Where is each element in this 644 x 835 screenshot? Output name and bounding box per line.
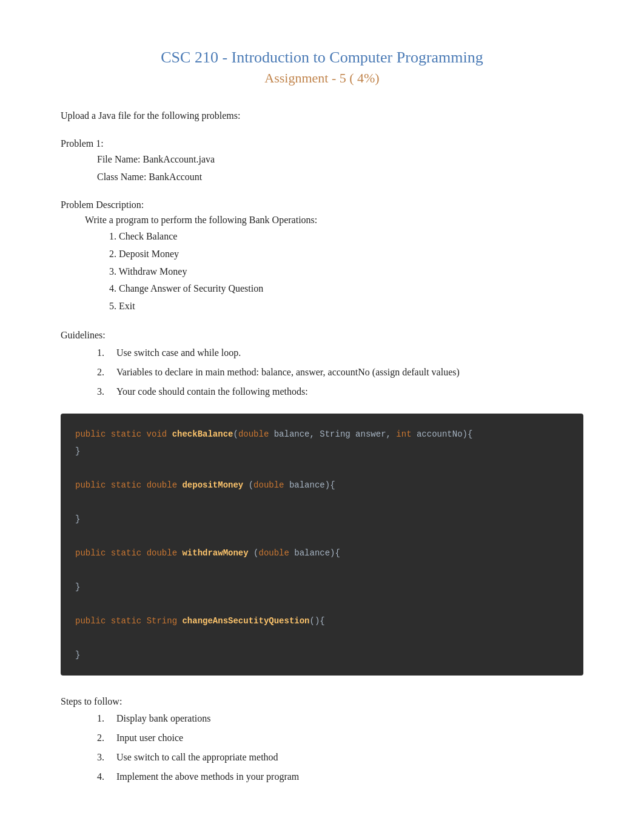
list-item: 1. Display bank operations bbox=[97, 709, 583, 728]
guideline-text-2: Variables to declare in main method: bal… bbox=[116, 363, 460, 382]
problem-description-intro: Write a program to perform the following… bbox=[85, 212, 583, 228]
code-token: double bbox=[253, 480, 284, 490]
file-name-row: File Name: BankAccount.java bbox=[97, 151, 583, 169]
guidelines-section: Guidelines: 1. Use switch case and while… bbox=[61, 327, 583, 401]
code-line: } bbox=[75, 443, 569, 460]
code-line bbox=[75, 494, 569, 511]
problem1-section: Problem 1: File Name: BankAccount.java C… bbox=[61, 136, 583, 186]
operations-list: 1. Check Balance 2. Deposit Money 3. Wit… bbox=[109, 228, 583, 315]
code-token: public static bbox=[75, 480, 147, 490]
steps-list: 1. Display bank operations 2. Input user… bbox=[97, 709, 583, 786]
step-text-3: Use switch to call the appropriate metho… bbox=[116, 748, 278, 767]
code-token: } bbox=[75, 650, 80, 660]
code-token: depositMoney bbox=[182, 480, 243, 490]
guideline-num-3: 3. bbox=[97, 382, 109, 401]
code-token: balance, String answer, bbox=[269, 429, 396, 439]
code-token: int bbox=[396, 429, 411, 439]
problem-description-label: Problem Description: bbox=[61, 197, 583, 213]
class-name-value: BankAccount bbox=[149, 172, 202, 182]
list-item: 2. Variables to declare in main method: … bbox=[97, 363, 583, 382]
step-text-1: Display bank operations bbox=[116, 709, 211, 728]
code-line: } bbox=[75, 511, 569, 528]
code-line: public static double depositMoney (doubl… bbox=[75, 477, 569, 494]
code-token: } bbox=[75, 446, 80, 456]
steps-label: Steps to follow: bbox=[61, 694, 583, 709]
list-item: 3. Use switch to call the appropriate me… bbox=[97, 748, 583, 767]
code-line: public static String changeAnsSecutityQu… bbox=[75, 612, 569, 629]
list-item: 4. Change Answer of Security Question bbox=[109, 280, 583, 298]
code-token: (){ bbox=[310, 616, 325, 626]
list-item: 3. Your code should contain the followin… bbox=[97, 382, 583, 401]
file-name-label: File Name: bbox=[97, 154, 141, 164]
step-num-3: 3. bbox=[97, 748, 109, 767]
step-text-2: Input user choice bbox=[116, 728, 183, 748]
code-token: } bbox=[75, 582, 80, 592]
code-token: withdrawMoney bbox=[182, 548, 248, 558]
code-line bbox=[75, 629, 569, 646]
code-token: ( bbox=[243, 480, 253, 490]
problem-description-content: Write a program to perform the following… bbox=[85, 212, 583, 315]
code-token: balance){ bbox=[289, 548, 340, 558]
problem-description-section: Problem Description: Write a program to … bbox=[61, 197, 583, 315]
step-num-1: 1. bbox=[97, 709, 109, 728]
code-token: double bbox=[258, 548, 289, 558]
step-num-2: 2. bbox=[97, 728, 109, 748]
step-text-4: Implement the above methods in your prog… bbox=[116, 767, 299, 786]
code-line: public static void checkBalance(double b… bbox=[75, 426, 569, 443]
code-token: double bbox=[147, 548, 177, 558]
problem1-file-info: File Name: BankAccount.java Class Name: … bbox=[97, 151, 583, 186]
code-line bbox=[75, 460, 569, 477]
code-token: changeAnsSecutityQuestion bbox=[182, 616, 309, 626]
code-token: balance){ bbox=[284, 480, 335, 490]
code-token: public static void bbox=[75, 429, 172, 439]
file-name-value: BankAccount.java bbox=[143, 154, 215, 164]
code-token: } bbox=[75, 514, 80, 524]
code-token: checkBalance bbox=[172, 429, 233, 439]
code-block: public static void checkBalance(double b… bbox=[61, 414, 583, 676]
problem1-label: Problem 1: bbox=[61, 136, 583, 152]
guidelines-label: Guidelines: bbox=[61, 327, 583, 343]
page-header: CSC 210 - Introduction to Computer Progr… bbox=[61, 49, 583, 86]
list-item: 1. Check Balance bbox=[109, 228, 583, 246]
code-line: } bbox=[75, 646, 569, 663]
guidelines-list: 1. Use switch case and while loop. 2. Va… bbox=[97, 343, 583, 401]
list-item: 4. Implement the above methods in your p… bbox=[97, 767, 583, 786]
assignment-title: Assignment - 5 ( 4%) bbox=[61, 70, 583, 86]
list-item: 2. Deposit Money bbox=[109, 246, 583, 263]
code-token: String bbox=[147, 616, 177, 626]
step-num-4: 4. bbox=[97, 767, 109, 786]
code-token: double bbox=[238, 429, 269, 439]
code-line bbox=[75, 562, 569, 578]
class-name-label: Class Name: bbox=[97, 172, 146, 182]
list-item: 5. Exit bbox=[109, 298, 583, 315]
code-token: ( bbox=[249, 548, 259, 558]
guideline-num-1: 1. bbox=[97, 343, 109, 363]
code-token: public static bbox=[75, 548, 147, 558]
upload-instruction-section: Upload a Java file for the following pro… bbox=[61, 108, 583, 124]
code-token: ( bbox=[233, 429, 238, 439]
code-token: double bbox=[147, 480, 177, 490]
class-name-row: Class Name: BankAccount bbox=[97, 169, 583, 186]
code-token: accountNo){ bbox=[412, 429, 473, 439]
code-token: public static bbox=[75, 616, 147, 626]
guideline-text-3: Your code should contain the following m… bbox=[116, 382, 308, 401]
code-line: public static double withdrawMoney (doub… bbox=[75, 545, 569, 562]
course-title: CSC 210 - Introduction to Computer Progr… bbox=[61, 49, 583, 67]
list-item: 1. Use switch case and while loop. bbox=[97, 343, 583, 363]
code-line bbox=[75, 528, 569, 545]
list-item: 2. Input user choice bbox=[97, 728, 583, 748]
upload-instruction: Upload a Java file for the following pro… bbox=[61, 108, 583, 124]
list-item: 3. Withdraw Money bbox=[109, 263, 583, 281]
guideline-num-2: 2. bbox=[97, 363, 109, 382]
code-line: } bbox=[75, 578, 569, 595]
steps-section: Steps to follow: 1. Display bank operati… bbox=[61, 694, 583, 787]
guideline-text-1: Use switch case and while loop. bbox=[116, 343, 241, 363]
code-line bbox=[75, 595, 569, 612]
